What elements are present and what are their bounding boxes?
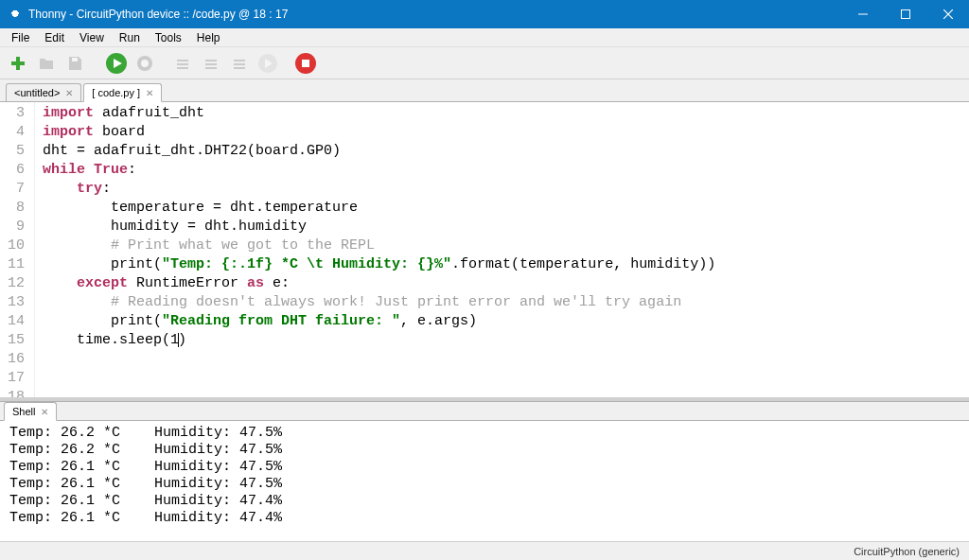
shell-panel: Shell✕ Temp: 26.2 *C Humidity: 47.5% Tem… — [0, 401, 969, 541]
toolbar — [0, 47, 969, 79]
thonny-icon — [8, 7, 23, 22]
shell-tabs: Shell✕ — [0, 402, 969, 421]
backend-label[interactable]: CircuitPython (generic) — [854, 546, 960, 557]
close-icon[interactable]: ✕ — [41, 407, 48, 417]
svg-rect-13 — [177, 67, 188, 69]
title-bar: Thonny - CircuitPython device :: /code.p… — [0, 0, 969, 28]
new-file-button[interactable] — [6, 51, 30, 76]
shell-output[interactable]: Temp: 26.2 *C Humidity: 47.5% Temp: 26.2… — [0, 421, 969, 541]
run-button[interactable] — [104, 51, 129, 76]
editor-tabs: <untitled>✕ [ code.py ]✕ — [0, 79, 969, 102]
resume-button[interactable] — [255, 51, 280, 76]
open-file-button[interactable] — [34, 51, 59, 76]
status-bar: CircuitPython (generic) — [0, 541, 969, 560]
close-button[interactable] — [926, 0, 969, 28]
svg-rect-23 — [302, 60, 309, 67]
close-icon[interactable]: ✕ — [146, 88, 153, 98]
tab-label: Shell — [12, 406, 35, 417]
svg-rect-15 — [205, 63, 217, 65]
svg-rect-17 — [234, 60, 245, 61]
code-editor[interactable]: 3456789101112131415161718 import adafrui… — [0, 102, 969, 397]
step-into-button[interactable] — [199, 51, 223, 76]
svg-rect-5 — [16, 57, 20, 70]
menu-bar: File Edit View Run Tools Help — [0, 28, 969, 47]
menu-tools[interactable]: Tools — [148, 29, 189, 46]
code-area[interactable]: import adafruit_dhtimport boarddht = ada… — [35, 102, 723, 397]
menu-edit[interactable]: Edit — [37, 29, 72, 46]
svg-rect-1 — [901, 10, 909, 19]
svg-rect-12 — [177, 63, 188, 65]
tab-shell[interactable]: Shell✕ — [4, 402, 57, 421]
menu-run[interactable]: Run — [112, 29, 148, 46]
tab-label: <untitled> — [14, 87, 60, 98]
menu-view[interactable]: View — [72, 29, 112, 46]
close-icon[interactable]: ✕ — [65, 88, 73, 98]
svg-rect-14 — [205, 60, 217, 61]
step-out-button[interactable] — [227, 51, 252, 76]
maximize-button[interactable] — [884, 0, 926, 28]
step-over-button[interactable] — [170, 51, 195, 76]
tab-code-py[interactable]: [ code.py ]✕ — [83, 83, 162, 102]
tab-label: [ code.py ] — [92, 87, 140, 98]
svg-rect-11 — [177, 60, 188, 61]
debug-button[interactable] — [132, 51, 157, 76]
svg-rect-18 — [234, 63, 245, 65]
menu-help[interactable]: Help — [189, 29, 228, 46]
svg-rect-16 — [205, 67, 217, 69]
stop-button[interactable] — [293, 51, 318, 76]
tab-untitled[interactable]: <untitled>✕ — [6, 83, 81, 101]
svg-point-10 — [141, 60, 149, 67]
window-title: Thonny - CircuitPython device :: /code.p… — [28, 8, 841, 21]
menu-file[interactable]: File — [4, 29, 37, 46]
svg-rect-6 — [72, 58, 78, 61]
svg-rect-19 — [234, 67, 245, 69]
minimize-button[interactable] — [841, 0, 884, 28]
save-file-button[interactable] — [62, 51, 87, 76]
line-gutter: 3456789101112131415161718 — [0, 102, 35, 397]
